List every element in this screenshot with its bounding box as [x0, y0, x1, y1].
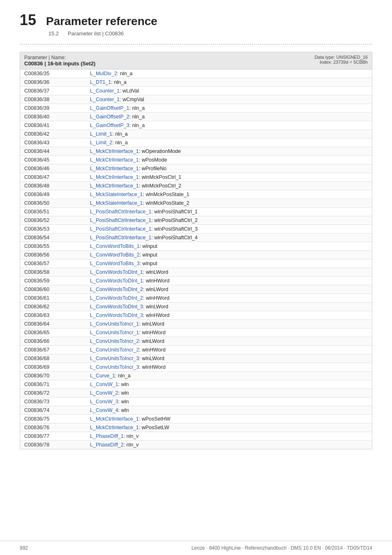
param-value[interactable]: L_ConvUnitsToIncr_1: wlnLWord: [90, 321, 368, 327]
param-link[interactable]: L_ConvUnitsToIncr_2: [90, 338, 139, 344]
param-value[interactable]: L_ConvW_1: wln: [90, 382, 368, 387]
param-link[interactable]: L_ConvWordToBits_1: [90, 243, 140, 249]
param-link[interactable]: L_DT1_1: [90, 79, 111, 85]
param-value[interactable]: L_MckStateInterface_1: wlnMckPosState_1: [90, 192, 368, 197]
param-link[interactable]: L_ConvWordToBits_3: [90, 261, 140, 266]
param-value[interactable]: L_PosiShaftCtrlInterface_1: wlnPosiShaft…: [90, 226, 368, 232]
param-value[interactable]: L_ConvUnitsToIncr_2: wlnHWord: [90, 347, 368, 353]
param-value[interactable]: L_ConvUnitsToIncr_2: wlnLWord: [90, 338, 368, 344]
param-value[interactable]: L_MckStateInterface_1: wlnMckPosState_2: [90, 200, 368, 206]
param-link[interactable]: L_ConvUnitsToIncr_1: [90, 321, 139, 327]
param-value[interactable]: L_ConvWordsToDInt_3: wlnHWord: [90, 312, 368, 318]
param-value[interactable]: L_Counter_1: wLdVal: [90, 88, 368, 94]
param-value[interactable]: L_ConvW_3: wln: [90, 399, 368, 405]
param-value[interactable]: L_MckCtrlInterface_1: wlnMckPosCtrl_2: [90, 183, 368, 189]
param-link[interactable]: L_ConvW_4: [90, 407, 118, 413]
param-value[interactable]: L_Counter_1: wCmpVal: [90, 97, 368, 102]
param-value[interactable]: L_ConvWordToBits_1: wlnput: [90, 243, 368, 249]
param-id: C00836/72: [24, 390, 90, 396]
param-link[interactable]: L_PhaseDiff_1: [90, 433, 124, 439]
param-value[interactable]: L_PhaseDiff_1: nln_v: [90, 433, 368, 439]
param-value[interactable]: L_GainOffsetP_2: nln_a: [90, 114, 368, 120]
param-value[interactable]: L_GainOffsetP_3: nln_a: [90, 123, 368, 128]
param-value[interactable]: L_PosiShaftCtrlInterface_1: wlnPosiShaft…: [90, 209, 368, 215]
param-id: C00836/59: [24, 278, 90, 284]
param-id: C00836/61: [24, 295, 90, 301]
param-value[interactable]: L_ConvW_2: wln: [90, 390, 368, 396]
table-row: C00836/53L_PosiShaftCtrlInterface_1: wln…: [20, 225, 372, 234]
param-link[interactable]: L_ConvUnitsToIncr_1: [90, 330, 139, 335]
param-value[interactable]: L_MckCtrlInterface_1: wProfileNo: [90, 166, 368, 171]
param-link[interactable]: L_ConvW_1: [90, 382, 118, 387]
param-link[interactable]: L_MckCtrlInterface_1: [90, 166, 139, 171]
table-row: C00836/52L_PosiShaftCtrlInterface_1: wln…: [20, 216, 372, 225]
param-link[interactable]: L_Counter_1: [90, 88, 120, 94]
param-link[interactable]: L_ConvW_2: [90, 390, 118, 396]
param-link[interactable]: L_ConvUnitsToIncr_3: [90, 364, 139, 370]
param-link[interactable]: L_MckCtrlInterface_1: [90, 425, 139, 430]
param-value[interactable]: L_PosiShaftCtrlInterface_1: wlnPosiShaft…: [90, 235, 368, 240]
param-value[interactable]: L_MckCtrlInterface_1: wlnMckPosCtrl_1: [90, 174, 368, 180]
table-row: C00836/78L_PhaseDiff_2: nln_v: [20, 441, 372, 449]
param-link[interactable]: L_ConvWordsToDInt_1: [90, 269, 143, 275]
param-id: C00836/63: [24, 312, 90, 318]
param-link[interactable]: L_ConvWordsToDInt_3: [90, 304, 143, 310]
param-link[interactable]: L_Limit_2: [90, 140, 112, 146]
param-value[interactable]: L_PhaseDiff_2: nln_v: [90, 442, 368, 448]
param-link[interactable]: L_PosiShaftCtrlInterface_1: [90, 226, 151, 232]
param-value[interactable]: L_MckCtrlInterface_1: wPosMode: [90, 157, 368, 163]
param-link[interactable]: L_MckCtrlInterface_1: [90, 148, 139, 154]
param-link[interactable]: L_MckCtrlInterface_1: [90, 416, 139, 422]
param-value[interactable]: L_Limit_1: nln_a: [90, 131, 368, 137]
param-link[interactable]: L_MulDiv_2: [90, 71, 117, 76]
param-link[interactable]: L_PosiShaftCtrlInterface_1: [90, 235, 151, 240]
param-value[interactable]: L_DT1_1: nln_a: [90, 79, 368, 85]
table-row: C00836/75L_MckCtrlInterface_1: wPosSetHW: [20, 415, 372, 423]
param-link[interactable]: L_MckCtrlInterface_1: [90, 157, 139, 163]
param-value[interactable]: L_MckCtrlInterface_1: wPosSetHW: [90, 416, 368, 422]
param-link[interactable]: L_Curve_1: [90, 373, 115, 379]
param-link[interactable]: L_ConvWordsToDInt_3: [90, 312, 143, 318]
param-value[interactable]: L_ConvWordsToDInt_1: wlnHWord: [90, 278, 368, 284]
param-link[interactable]: L_Limit_1: [90, 131, 112, 137]
param-link[interactable]: L_Counter_1: [90, 97, 120, 102]
param-link[interactable]: L_GainOffsetP_1: [90, 105, 129, 111]
param-link[interactable]: L_GainOffsetP_2: [90, 114, 129, 120]
param-value[interactable]: L_GainOffsetP_1: nln_a: [90, 105, 368, 111]
param-value[interactable]: L_MckCtrlInterface_1: wOperationMode: [90, 148, 368, 154]
param-link[interactable]: L_ConvWordsToDInt_2: [90, 287, 143, 292]
param-value[interactable]: L_MckCtrlInterface_1: wPosSetLW: [90, 425, 368, 430]
param-link[interactable]: L_PosiShaftCtrlInterface_1: [90, 217, 151, 223]
param-link[interactable]: L_MckCtrlInterface_1: [90, 183, 139, 189]
param-value[interactable]: L_ConvW_4: wln: [90, 407, 368, 413]
param-value[interactable]: L_PosiShaftCtrlInterface_1: wlnPosiShaft…: [90, 217, 368, 223]
param-link[interactable]: L_ConvWordsToDInt_2: [90, 295, 143, 301]
param-id: C00836/66: [24, 338, 90, 344]
param-value[interactable]: L_MulDiv_2: nln_a: [90, 71, 368, 76]
param-value[interactable]: L_ConvWordsToDInt_2: wlnHWord: [90, 295, 368, 301]
param-value[interactable]: L_ConvWordsToDInt_2: wlnLWord: [90, 287, 368, 292]
param-link[interactable]: L_MckCtrlInterface_1: [90, 174, 139, 180]
param-id: C00836/73: [24, 399, 90, 405]
param-value[interactable]: L_Curve_1: nln_a: [90, 373, 368, 379]
param-value[interactable]: L_ConvWordToBits_3: wlnput: [90, 261, 368, 266]
param-value[interactable]: L_ConvWordsToDInt_3: wlnLWord: [90, 304, 368, 310]
param-link[interactable]: L_ConvWordsToDInt_1: [90, 278, 143, 284]
param-link[interactable]: L_ConvWordToBits_2: [90, 252, 140, 258]
param-link[interactable]: L_GainOffsetP_3: [90, 123, 129, 128]
param-link[interactable]: L_MckStateInterface_1: [90, 192, 143, 197]
param-link[interactable]: L_MckStateInterface_1: [90, 200, 143, 206]
param-value[interactable]: L_Limit_2: nln_a: [90, 140, 368, 146]
table-row: C00836/48L_MckCtrlInterface_1: wlnMckPos…: [20, 182, 372, 190]
param-link[interactable]: L_ConvUnitsToIncr_2: [90, 347, 139, 353]
param-link[interactable]: L_PosiShaftCtrlInterface_1: [90, 209, 151, 215]
param-link[interactable]: L_PhaseDiff_2: [90, 442, 124, 448]
param-id: C00836/57: [24, 261, 90, 266]
param-link[interactable]: L_ConvW_3: [90, 399, 118, 405]
param-link[interactable]: L_ConvUnitsToIncr_3: [90, 356, 139, 361]
param-value[interactable]: L_ConvUnitsToIncr_1: wlnHWord: [90, 330, 368, 335]
param-value[interactable]: L_ConvWordToBits_2: wlnput: [90, 252, 368, 258]
param-value[interactable]: L_ConvWordsToDInt_1: wlnLWord: [90, 269, 368, 275]
param-value[interactable]: L_ConvUnitsToIncr_3: wlnHWord: [90, 364, 368, 370]
param-value[interactable]: L_ConvUnitsToIncr_3: wlnLWord: [90, 356, 368, 361]
